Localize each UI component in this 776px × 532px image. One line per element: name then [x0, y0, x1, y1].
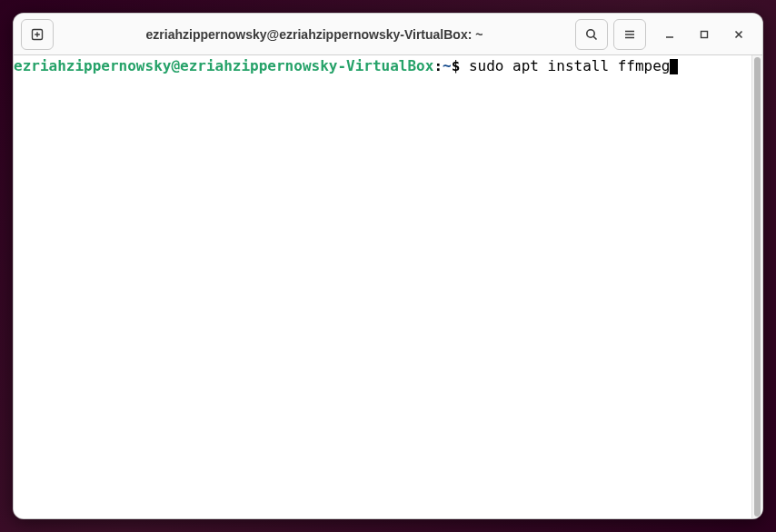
minimize-button[interactable]	[659, 24, 681, 45]
svg-point-3	[587, 29, 594, 36]
close-button[interactable]	[728, 24, 750, 45]
minimize-icon	[663, 28, 676, 41]
prompt-separator-colon: :	[433, 57, 443, 74]
new-tab-icon	[30, 27, 45, 42]
titlebar: ezriahzippernowsky@ezriahzippernowsky-Vi…	[14, 14, 762, 55]
hamburger-icon	[622, 27, 637, 42]
maximize-button[interactable]	[693, 24, 715, 45]
terminal-window: ezriahzippernowsky@ezriahzippernowsky-Vi…	[13, 13, 763, 519]
window-title: ezriahzippernowsky@ezriahzippernowsky-Vi…	[59, 27, 570, 42]
prompt-user-host: ezriahzippernowsky@ezriahzippernowsky-Vi…	[14, 57, 433, 74]
scrollbar[interactable]	[751, 55, 762, 518]
terminal-content[interactable]: ezriahzippernowsky@ezriahzippernowsky-Vi…	[14, 55, 751, 518]
command-text: sudo apt install ffmpeg	[469, 57, 671, 74]
new-tab-button[interactable]	[21, 19, 54, 50]
close-icon	[732, 28, 745, 41]
maximize-icon	[698, 28, 711, 41]
svg-rect-9	[701, 31, 708, 37]
menu-button[interactable]	[613, 19, 646, 50]
prompt-separator-dollar: $	[452, 57, 469, 74]
svg-line-4	[593, 36, 596, 39]
search-button[interactable]	[575, 19, 608, 50]
search-icon	[584, 27, 599, 42]
prompt-path: ~	[443, 57, 452, 74]
cursor	[670, 59, 678, 74]
scrollbar-thumb[interactable]	[754, 57, 761, 517]
window-controls	[659, 24, 750, 45]
terminal-body: ezriahzippernowsky@ezriahzippernowsky-Vi…	[14, 55, 762, 518]
